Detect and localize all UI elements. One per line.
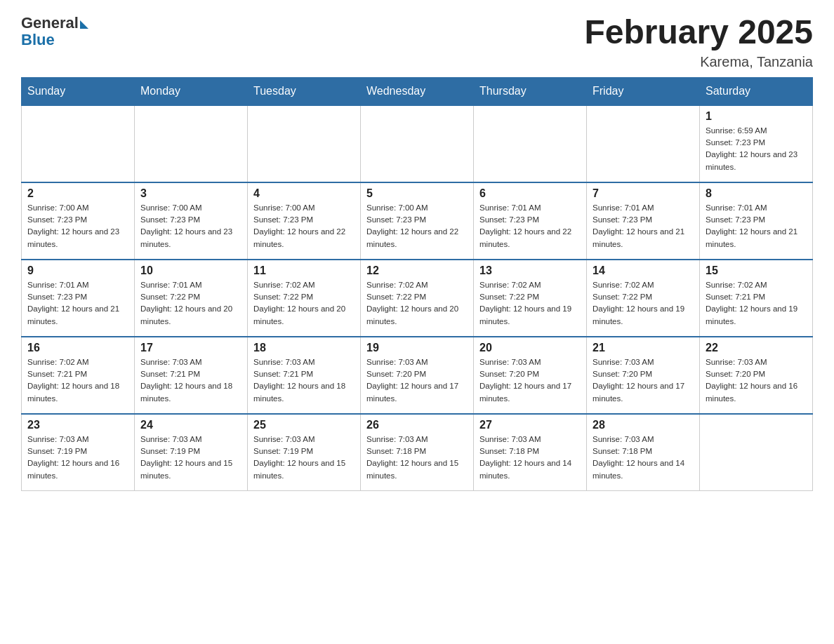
logo-blue-text: Blue: [21, 31, 55, 49]
day-number: 10: [140, 264, 241, 277]
calendar-cell: [700, 414, 813, 491]
day-info: Sunrise: 7:03 AM Sunset: 7:21 PM Dayligh…: [253, 356, 355, 405]
day-info: Sunrise: 7:00 AM Sunset: 7:23 PM Dayligh…: [253, 202, 355, 250]
weekday-header-tuesday: Tuesday: [248, 77, 361, 105]
weekday-header-sunday: Sunday: [22, 77, 135, 105]
day-number: 9: [27, 264, 128, 277]
day-number: 24: [140, 419, 241, 431]
day-info: Sunrise: 7:03 AM Sunset: 7:20 PM Dayligh…: [366, 356, 468, 405]
day-number: 11: [253, 264, 355, 277]
calendar-cell: 23Sunrise: 7:03 AM Sunset: 7:19 PM Dayli…: [22, 414, 135, 491]
day-number: 15: [706, 264, 807, 277]
day-info: Sunrise: 7:03 AM Sunset: 7:19 PM Dayligh…: [140, 434, 241, 482]
calendar-cell: 26Sunrise: 7:03 AM Sunset: 7:18 PM Dayli…: [361, 414, 474, 491]
day-info: Sunrise: 7:02 AM Sunset: 7:22 PM Dayligh…: [253, 279, 355, 328]
day-number: 22: [706, 342, 807, 354]
calendar-cell: 8Sunrise: 7:01 AM Sunset: 7:23 PM Daylig…: [700, 182, 813, 260]
day-info: Sunrise: 7:03 AM Sunset: 7:20 PM Dayligh…: [593, 356, 694, 405]
calendar-cell: [474, 105, 587, 182]
day-number: 13: [479, 264, 581, 277]
calendar-cell: 2Sunrise: 7:00 AM Sunset: 7:23 PM Daylig…: [22, 182, 135, 260]
day-number: 12: [366, 264, 468, 277]
day-number: 5: [366, 187, 468, 200]
logo-general-text: General: [21, 14, 79, 32]
calendar-week-row: 2Sunrise: 7:00 AM Sunset: 7:23 PM Daylig…: [22, 182, 813, 260]
day-info: Sunrise: 7:01 AM Sunset: 7:23 PM Dayligh…: [593, 202, 694, 250]
calendar-cell: [248, 105, 361, 182]
day-info: Sunrise: 7:02 AM Sunset: 7:22 PM Dayligh…: [593, 279, 694, 328]
calendar-cell: 13Sunrise: 7:02 AM Sunset: 7:22 PM Dayli…: [474, 260, 587, 337]
calendar-cell: 3Sunrise: 7:00 AM Sunset: 7:23 PM Daylig…: [135, 182, 248, 260]
day-info: Sunrise: 7:01 AM Sunset: 7:23 PM Dayligh…: [706, 202, 807, 250]
calendar-cell: [22, 105, 135, 182]
day-number: 26: [366, 419, 468, 431]
day-info: Sunrise: 7:02 AM Sunset: 7:22 PM Dayligh…: [366, 279, 468, 328]
day-info: Sunrise: 7:01 AM Sunset: 7:23 PM Dayligh…: [27, 279, 128, 328]
calendar-cell: 14Sunrise: 7:02 AM Sunset: 7:22 PM Dayli…: [587, 260, 700, 337]
calendar-cell: 6Sunrise: 7:01 AM Sunset: 7:23 PM Daylig…: [474, 182, 587, 260]
calendar-cell: 1Sunrise: 6:59 AM Sunset: 7:23 PM Daylig…: [700, 105, 813, 182]
calendar-cell: 20Sunrise: 7:03 AM Sunset: 7:20 PM Dayli…: [474, 337, 587, 414]
calendar-table: SundayMondayTuesdayWednesdayThursdayFrid…: [21, 77, 813, 492]
day-number: 1: [706, 110, 807, 123]
calendar-week-row: 1Sunrise: 6:59 AM Sunset: 7:23 PM Daylig…: [22, 105, 813, 182]
calendar-week-row: 23Sunrise: 7:03 AM Sunset: 7:19 PM Dayli…: [22, 414, 813, 491]
day-info: Sunrise: 7:01 AM Sunset: 7:22 PM Dayligh…: [140, 279, 241, 328]
day-number: 7: [593, 187, 694, 200]
calendar-week-row: 16Sunrise: 7:02 AM Sunset: 7:21 PM Dayli…: [22, 337, 813, 414]
day-number: 28: [593, 419, 694, 431]
day-number: 17: [140, 342, 241, 354]
month-title: February 2025: [584, 14, 813, 51]
day-info: Sunrise: 7:01 AM Sunset: 7:23 PM Dayligh…: [479, 202, 581, 250]
logo-arrow-icon: [80, 20, 88, 29]
day-number: 20: [479, 342, 581, 354]
calendar-cell: 19Sunrise: 7:03 AM Sunset: 7:20 PM Dayli…: [361, 337, 474, 414]
weekday-header-monday: Monday: [135, 77, 248, 105]
calendar-cell: 16Sunrise: 7:02 AM Sunset: 7:21 PM Dayli…: [22, 337, 135, 414]
day-info: Sunrise: 7:03 AM Sunset: 7:20 PM Dayligh…: [706, 356, 807, 405]
calendar-cell: 24Sunrise: 7:03 AM Sunset: 7:19 PM Dayli…: [135, 414, 248, 491]
calendar-cell: 18Sunrise: 7:03 AM Sunset: 7:21 PM Dayli…: [248, 337, 361, 414]
calendar-week-row: 9Sunrise: 7:01 AM Sunset: 7:23 PM Daylig…: [22, 260, 813, 337]
day-info: Sunrise: 7:02 AM Sunset: 7:22 PM Dayligh…: [479, 279, 581, 328]
calendar-cell: 17Sunrise: 7:03 AM Sunset: 7:21 PM Dayli…: [135, 337, 248, 414]
calendar-cell: 28Sunrise: 7:03 AM Sunset: 7:18 PM Dayli…: [587, 414, 700, 491]
calendar-cell: [361, 105, 474, 182]
weekday-header-friday: Friday: [587, 77, 700, 105]
day-number: 21: [593, 342, 694, 354]
day-info: Sunrise: 7:03 AM Sunset: 7:18 PM Dayligh…: [366, 434, 468, 482]
calendar-cell: 15Sunrise: 7:02 AM Sunset: 7:21 PM Dayli…: [700, 260, 813, 337]
page-header: General Blue February 2025 Karema, Tanza…: [21, 14, 813, 70]
calendar-cell: 25Sunrise: 7:03 AM Sunset: 7:19 PM Dayli…: [248, 414, 361, 491]
day-number: 27: [479, 419, 581, 431]
calendar-cell: 12Sunrise: 7:02 AM Sunset: 7:22 PM Dayli…: [361, 260, 474, 337]
day-number: 14: [593, 264, 694, 277]
day-number: 8: [706, 187, 807, 200]
day-info: Sunrise: 7:00 AM Sunset: 7:23 PM Dayligh…: [140, 202, 241, 250]
day-info: Sunrise: 7:03 AM Sunset: 7:18 PM Dayligh…: [593, 434, 694, 482]
day-number: 6: [479, 187, 581, 200]
day-number: 4: [253, 187, 355, 200]
day-info: Sunrise: 6:59 AM Sunset: 7:23 PM Dayligh…: [706, 125, 807, 173]
day-number: 19: [366, 342, 468, 354]
calendar-cell: 9Sunrise: 7:01 AM Sunset: 7:23 PM Daylig…: [22, 260, 135, 337]
logo: General Blue: [21, 14, 88, 49]
calendar-cell: 5Sunrise: 7:00 AM Sunset: 7:23 PM Daylig…: [361, 182, 474, 260]
day-number: 2: [27, 187, 128, 200]
calendar-cell: 4Sunrise: 7:00 AM Sunset: 7:23 PM Daylig…: [248, 182, 361, 260]
weekday-header-saturday: Saturday: [700, 77, 813, 105]
calendar-header-row: SundayMondayTuesdayWednesdayThursdayFrid…: [22, 77, 813, 105]
calendar-cell: 22Sunrise: 7:03 AM Sunset: 7:20 PM Dayli…: [700, 337, 813, 414]
day-number: 18: [253, 342, 355, 354]
day-info: Sunrise: 7:03 AM Sunset: 7:19 PM Dayligh…: [27, 434, 128, 482]
day-number: 16: [27, 342, 128, 354]
weekday-header-wednesday: Wednesday: [361, 77, 474, 105]
day-info: Sunrise: 7:02 AM Sunset: 7:21 PM Dayligh…: [27, 356, 128, 405]
day-info: Sunrise: 7:03 AM Sunset: 7:19 PM Dayligh…: [253, 434, 355, 482]
day-info: Sunrise: 7:03 AM Sunset: 7:20 PM Dayligh…: [479, 356, 581, 405]
day-number: 23: [27, 419, 128, 431]
day-info: Sunrise: 7:00 AM Sunset: 7:23 PM Dayligh…: [27, 202, 128, 250]
day-number: 25: [253, 419, 355, 431]
calendar-cell: 21Sunrise: 7:03 AM Sunset: 7:20 PM Dayli…: [587, 337, 700, 414]
calendar-cell: 11Sunrise: 7:02 AM Sunset: 7:22 PM Dayli…: [248, 260, 361, 337]
